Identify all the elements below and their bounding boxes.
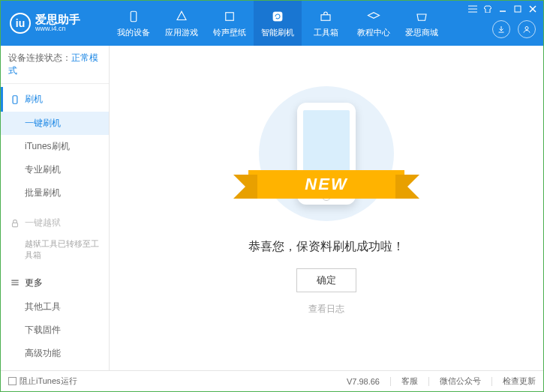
minimize-icon[interactable] [497, 4, 509, 14]
wallpaper-icon [222, 9, 237, 24]
separator [491, 377, 492, 386]
sidebar-item-pro[interactable]: 专业刷机 [1, 158, 109, 181]
sidebar-head-label: 刷机 [25, 93, 43, 106]
logo-text: 爱思助手 www.i4.cn [35, 13, 80, 33]
nav-apps[interactable]: 应用游戏 [158, 1, 206, 46]
nav-my-device[interactable]: 我的设备 [110, 1, 158, 46]
nav-toolbox[interactable]: 工具箱 [302, 1, 350, 46]
footer: 阻止iTunes运行 V7.98.66 客服 微信公众号 检查更新 [1, 370, 543, 391]
group-more: 更多 其他工具 下载固件 高级功能 [1, 268, 109, 368]
main-content: NEW 恭喜您，保资料刷机成功啦！ 确定 查看日志 [110, 46, 543, 370]
group-jailbreak: 一键越狱 越狱工具已转移至工具箱 [1, 208, 109, 268]
menu-icon[interactable] [467, 4, 479, 14]
user-button[interactable] [518, 20, 536, 38]
ribbon-text: NEW [248, 170, 404, 199]
sidebar: 设备连接状态：正常模式 刷机 一键刷机 iTunes刷机 专业刷机 批量刷机 一… [1, 46, 110, 370]
sidebar-head-label: 更多 [25, 277, 43, 289]
success-message: 恭喜您，保资料刷机成功啦！ [248, 239, 404, 255]
sidebar-head-flash[interactable]: 刷机 [1, 87, 109, 112]
sidebar-item-itunes[interactable]: iTunes刷机 [1, 135, 109, 158]
nav-label: 智能刷机 [261, 27, 294, 38]
svg-rect-5 [515, 6, 521, 12]
maximize-icon[interactable] [512, 4, 524, 14]
apps-icon [174, 9, 189, 24]
phone-icon [126, 9, 141, 24]
app-title: 爱思助手 [35, 13, 80, 26]
store-icon [414, 9, 429, 24]
app-url: www.i4.cn [35, 25, 80, 33]
checkbox-block-itunes[interactable]: 阻止iTunes运行 [8, 376, 77, 387]
connection-status: 设备连接状态：正常模式 [1, 46, 109, 84]
sidebar-item-oneclick[interactable]: 一键刷机 [1, 112, 109, 135]
lock-icon [10, 218, 20, 229]
nav-label: 我的设备 [117, 27, 150, 38]
wechat-link[interactable]: 微信公众号 [440, 376, 481, 387]
sidebar-head-more[interactable]: 更多 [1, 271, 109, 295]
list-icon [10, 277, 20, 288]
svg-point-4 [525, 27, 528, 30]
nav-label: 爱思商城 [405, 27, 438, 38]
nav-flash[interactable]: 智能刷机 [254, 1, 302, 46]
nav-ringtone[interactable]: 铃声壁纸 [206, 1, 254, 46]
svg-rect-0 [131, 11, 137, 22]
close-icon[interactable] [527, 4, 539, 14]
separator [390, 377, 391, 386]
view-log-link[interactable]: 查看日志 [308, 303, 344, 316]
group-flash: 刷机 一键刷机 iTunes刷机 专业刷机 批量刷机 [1, 84, 109, 208]
update-link[interactable]: 检查更新 [503, 376, 536, 387]
service-link[interactable]: 客服 [401, 376, 418, 387]
app-header: iu 爱思助手 www.i4.cn 我的设备 应用游戏 铃声壁纸 智能刷机 工具… [1, 1, 543, 46]
nav-label: 工具箱 [314, 27, 338, 38]
toolbox-icon [318, 9, 333, 24]
jailbreak-note: 越狱工具已转移至工具箱 [1, 235, 109, 265]
nav-label: 应用游戏 [165, 27, 198, 38]
separator [428, 377, 429, 386]
refresh-icon [270, 9, 285, 24]
logo-area: iu 爱思助手 www.i4.cn [1, 13, 110, 34]
sidebar-item-batch[interactable]: 批量刷机 [1, 181, 109, 205]
logo-icon: iu [10, 13, 31, 34]
svg-rect-7 [13, 223, 18, 226]
nav-store[interactable]: 爱思商城 [398, 1, 446, 46]
footer-right: V7.98.66 客服 微信公众号 检查更新 [347, 376, 536, 387]
header-right [492, 20, 536, 38]
download-button[interactable] [492, 20, 510, 38]
nav-label: 铃声壁纸 [213, 27, 246, 38]
checkbox-label: 阻止iTunes运行 [20, 376, 77, 387]
sidebar-item-firmware[interactable]: 下载固件 [1, 319, 109, 342]
version-label: V7.98.66 [347, 377, 380, 386]
svg-rect-6 [13, 95, 17, 103]
nav-label: 教程中心 [357, 27, 390, 38]
sidebar-item-advanced[interactable]: 高级功能 [1, 342, 109, 365]
svg-rect-2 [273, 12, 282, 21]
status-label: 设备连接状态： [8, 52, 71, 63]
skin-icon[interactable] [482, 4, 494, 14]
window-controls [467, 4, 539, 14]
ok-button[interactable]: 确定 [296, 268, 356, 292]
sidebar-item-other[interactable]: 其他工具 [1, 295, 109, 319]
graduation-icon [366, 9, 381, 24]
success-illustration: NEW [259, 86, 394, 221]
svg-rect-3 [321, 14, 330, 20]
sidebar-head-jailbreak[interactable]: 一键越狱 [1, 211, 109, 235]
nav-tutorial[interactable]: 教程中心 [350, 1, 398, 46]
new-ribbon: NEW [248, 170, 404, 199]
checkbox-icon [8, 377, 17, 385]
sidebar-head-label: 一键越狱 [25, 217, 61, 229]
svg-rect-1 [226, 12, 234, 20]
phone-icon [10, 94, 20, 105]
